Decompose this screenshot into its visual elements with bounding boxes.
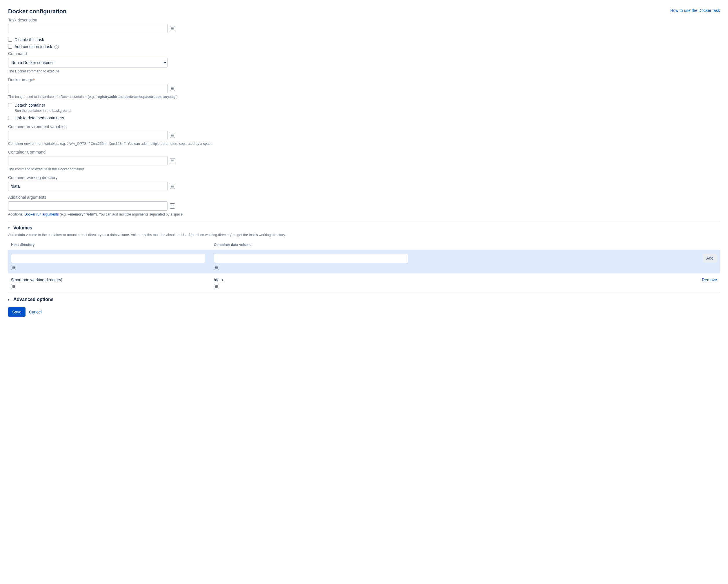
variable-picker-icon[interactable] xyxy=(170,158,175,163)
disable-task-label: Disable this task xyxy=(15,37,44,42)
link-detached-checkbox[interactable] xyxy=(8,116,12,120)
docker-image-group: Docker image* The image used to instanti… xyxy=(8,77,720,99)
working-dir-group: Container working directory xyxy=(8,175,720,191)
variable-picker-icon[interactable] xyxy=(170,184,175,189)
header: Docker configuration How to use the Dock… xyxy=(8,8,720,15)
remove-volume-link[interactable]: Remove xyxy=(702,277,717,282)
advanced-title: Advanced options xyxy=(13,297,54,302)
detach-help: Run the container in the background xyxy=(15,109,720,113)
docker-image-input[interactable] xyxy=(8,84,167,93)
docker-image-help: The image used to instantiate the Docker… xyxy=(8,95,720,99)
page-title: Docker configuration xyxy=(8,8,67,15)
cancel-link[interactable]: Cancel xyxy=(29,310,42,314)
additional-args-group: Additional arguments Additional Docker r… xyxy=(8,195,720,216)
container-command-input[interactable] xyxy=(8,156,167,165)
volume-host-input[interactable] xyxy=(11,254,205,263)
detach-checkbox[interactable] xyxy=(8,103,12,107)
add-condition-row: Add condition to task ? xyxy=(8,44,720,49)
variable-picker-icon[interactable] xyxy=(170,133,175,138)
add-volume-button[interactable]: Add xyxy=(703,254,717,262)
working-dir-input[interactable] xyxy=(8,182,167,191)
variable-picker-icon[interactable] xyxy=(214,265,219,270)
docker-config-form: Docker configuration How to use the Dock… xyxy=(8,8,720,317)
chevron-down-icon: ▾ xyxy=(8,226,11,230)
col-container-header: Container data volume xyxy=(214,243,694,247)
variable-picker-icon[interactable] xyxy=(170,203,175,209)
detach-row: Detach container xyxy=(8,103,720,107)
volumes-header: Host directory Container data volume xyxy=(8,241,720,250)
divider xyxy=(8,221,720,222)
add-condition-label: Add condition to task xyxy=(15,44,52,49)
volume-host-value: ${bamboo.working.directory} xyxy=(11,277,214,282)
additional-args-input[interactable] xyxy=(8,201,167,211)
docker-run-args-link[interactable]: Docker run arguments xyxy=(24,212,59,216)
command-group: Command Run a Docker container The Docke… xyxy=(8,51,720,73)
task-description-group: Task description xyxy=(8,18,720,33)
task-description-label: Task description xyxy=(8,18,720,22)
advanced-section: ▸ Advanced options xyxy=(8,297,720,302)
link-detached-label: Link to detached containers xyxy=(15,115,64,120)
advanced-toggle[interactable]: ▸ Advanced options xyxy=(8,297,720,302)
col-host-header: Host directory xyxy=(11,243,214,247)
volume-container-input[interactable] xyxy=(214,254,408,263)
disable-task-checkbox[interactable] xyxy=(8,38,12,42)
link-detached-row: Link to detached containers xyxy=(8,115,720,120)
env-vars-label: Container environment variables xyxy=(8,124,720,129)
container-command-label: Container Command xyxy=(8,150,720,154)
volumes-section: ▾ Volumes Add a data volume to the conta… xyxy=(8,225,720,293)
command-help: The Docker command to execute xyxy=(8,69,720,73)
variable-picker-icon[interactable] xyxy=(214,284,219,289)
volumes-toggle[interactable]: ▾ Volumes xyxy=(8,225,720,231)
volume-container-value: /data xyxy=(214,277,694,282)
form-actions: Save Cancel xyxy=(8,307,720,317)
command-select[interactable]: Run a Docker container xyxy=(8,58,167,68)
help-icon[interactable]: ? xyxy=(54,45,59,49)
additional-args-label: Additional arguments xyxy=(8,195,720,200)
volumes-table: Host directory Container data volume Add xyxy=(8,241,720,293)
add-condition-checkbox[interactable] xyxy=(8,45,12,49)
chevron-right-icon: ▸ xyxy=(8,298,11,301)
docker-image-label: Docker image* xyxy=(8,77,720,82)
variable-picker-icon[interactable] xyxy=(11,265,16,270)
volumes-title: Volumes xyxy=(13,225,32,231)
command-label: Command xyxy=(8,51,720,56)
env-vars-help: Container environment variables. e.g. JA… xyxy=(8,142,720,146)
variable-picker-icon[interactable] xyxy=(170,26,175,31)
task-description-input[interactable] xyxy=(8,24,167,33)
env-vars-input[interactable] xyxy=(8,131,167,140)
help-link[interactable]: How to use the Docker task xyxy=(670,8,720,13)
volume-row: ${bamboo.working.directory} /data Remove xyxy=(8,273,720,293)
volumes-add-row: Add xyxy=(8,250,720,273)
container-command-group: Container Command The command to execute… xyxy=(8,150,720,171)
disable-task-row: Disable this task xyxy=(8,37,720,42)
save-button[interactable]: Save xyxy=(8,307,26,317)
variable-picker-icon[interactable] xyxy=(11,284,16,289)
working-dir-label: Container working directory xyxy=(8,175,720,180)
additional-args-help: Additional Docker run arguments (e.g. --… xyxy=(8,212,720,216)
container-command-help: The command to execute in the Docker con… xyxy=(8,167,720,171)
env-vars-group: Container environment variables Containe… xyxy=(8,124,720,146)
volumes-description: Add a data volume to the container or mo… xyxy=(8,233,720,237)
detach-label: Detach container xyxy=(15,103,45,107)
variable-picker-icon[interactable] xyxy=(170,86,175,91)
